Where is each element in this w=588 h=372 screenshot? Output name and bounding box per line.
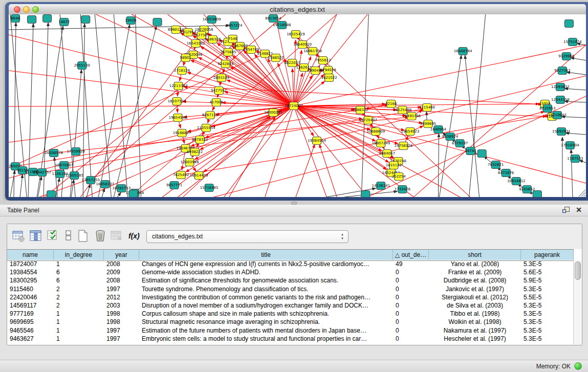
graph-node[interactable] [129,190,138,198]
graph-node-19756928[interactable]: 19756928 [395,142,413,150]
column-header-pagerank[interactable]: pagerank [521,250,574,260]
table-row[interactable]: 1830029562008Estimation of significance … [7,276,574,285]
row-height-icon[interactable] [62,229,75,243]
graph-node-16053809[interactable]: 16053809 [203,16,221,24]
graph-node-19428[interactable]: 19428 [125,17,136,25]
table-row[interactable]: 911546021997Tourette syndrome. Phenomeno… [7,285,574,293]
graph-node-10654812[interactable]: 10654812 [507,178,526,185]
network-canvas[interactable]: 1872400718300295193845548960124891295418… [9,14,586,197]
table-row[interactable]: 969969511998Structural magnetic resonanc… [7,318,574,326]
column-header-year[interactable]: year [104,250,139,260]
table-row[interactable]: 946362711997Embryonic stem cells: a mode… [7,335,574,343]
graph-node[interactable] [533,191,541,198]
graph-node-9699695[interactable]: 9699695 [420,120,436,128]
graph-node-9227343[interactable]: 9227343 [554,67,570,75]
graph-node-14872[interactable]: 14872 [58,18,70,26]
graph-node-7546[interactable]: 7546 [228,35,237,43]
graph-node-1733426[interactable]: 1733426 [395,186,411,193]
graph-node-17359928[interactable]: 17359928 [67,148,85,156]
table-row[interactable]: 1456911722003Disruption of a novel membe… [7,301,574,310]
column-header-out_de[interactable]: △ out_de… [393,250,429,260]
table-body: 1872400712008Changes of HCN gene express… [7,260,574,345]
graph-node-15751074[interactable]: 15751074 [563,38,582,46]
graph-node-label: 8822037 [284,61,300,65]
graph-node-17016504[interactable]: 17016504 [561,142,579,149]
select-columns-icon[interactable] [29,229,42,243]
graph-node[interactable] [81,16,90,24]
citation-network-graph[interactable]: 1872400718300295193845548960124891295418… [9,14,586,197]
graph-node-7986322[interactable]: 7986322 [353,106,368,114]
network-window-titlebar[interactable]: citations_edges.txt [9,4,586,15]
graph-node-16640910[interactable]: 16640910 [293,41,312,49]
graph-node-2055130[interactable]: 2055130 [74,62,90,70]
graph-node-18107554[interactable]: 18107554 [168,98,186,105]
graph-node[interactable] [361,191,370,198]
graph-node[interactable] [28,16,36,24]
function-builder-icon[interactable]: f(x) [128,232,140,240]
graph-node-1167533[interactable]: 1167533 [567,155,583,163]
graph-node-9242844[interactable]: 9242844 [217,60,234,68]
split-divider[interactable] [0,201,588,205]
graph-node[interactable] [477,150,486,158]
column-header-in_degree[interactable]: in_degree [54,250,104,260]
table-row[interactable]: 946554611997Estimation of the future num… [7,326,574,335]
table-row[interactable]: 2242004622012Investigating the contribut… [7,293,574,301]
column-header-title[interactable]: title [139,250,393,260]
graph-node-16961758[interactable]: 16961758 [303,48,322,55]
graph-node-7832621[interactable]: 7832621 [488,161,504,169]
graph-node-9329966[interactable]: 9329966 [558,53,575,60]
graph-node-18300295[interactable]: 18300295 [264,109,282,117]
graph-node-19654948[interactable]: 19654948 [169,114,187,122]
graph-node-15692931[interactable]: 15692931 [552,128,571,136]
table-settings-icon[interactable] [12,229,25,243]
graph-node-12603948[interactable]: 12603948 [181,159,199,166]
graph-node-10688609[interactable]: 10688609 [366,128,385,136]
graph-node-15716485[interactable]: 15716485 [200,184,219,192]
table-container: f(x) citations_edges.txt ▲▼ namein_degre… [7,224,582,345]
graph-node-1640954[interactable]: 1640954 [430,126,447,134]
graph-node[interactable] [43,15,52,23]
cell-pagerank: 5.3E-5 [521,326,574,335]
graph-node-15720407[interactable]: 15720407 [359,117,377,124]
graph-node-7857224[interactable]: 7857224 [226,22,243,30]
graph-node-2718126[interactable]: 2718126 [174,67,190,75]
graph-node-98901[interactable]: 98901 [180,54,191,62]
float-window-icon[interactable] [562,207,570,214]
graph-node-16914479[interactable]: 16914479 [190,172,208,180]
graph-node-62166[interactable]: 62166 [385,100,397,108]
close-icon[interactable]: ✕ [576,206,582,214]
cell-out_de: 0 [393,301,429,310]
graph-node-8267110[interactable]: 8267110 [202,112,218,119]
table-row[interactable]: 1872400712008Changes of HCN gene express… [7,260,574,268]
graph-node-16648784[interactable]: 16648784 [454,48,472,55]
scrollbar-thumb[interactable] [575,261,581,280]
graph-node-8648[interactable]: 8648 [11,15,20,23]
delete-table-icon[interactable] [94,229,107,243]
graph-node-11355554[interactable]: 11355554 [197,124,215,132]
graph-node-12213383[interactable]: 12213383 [169,82,188,90]
column-header-short[interactable]: short [429,250,521,260]
graph-node-6794028[interactable]: 6794028 [320,67,336,74]
table-row[interactable]: 1938455462009Genome-wide association stu… [7,268,574,276]
select-rows-icon[interactable] [47,229,60,243]
graph-node-94744[interactable]: 94744 [465,147,476,155]
graph-node-417006[interactable]: 417006 [209,99,223,106]
resize-grip[interactable] [579,190,585,196]
graph-node[interactable] [153,18,162,26]
graph-node-12444159[interactable]: 12444159 [551,96,570,104]
graph-node-19384554[interactable]: 19384554 [308,137,326,145]
graph-node-label: 9427552 [211,89,227,93]
graph-node-16543382[interactable]: 16543382 [187,40,205,48]
graph-node-label: 16958107 [96,182,114,186]
table-row[interactable]: 977716911998Corpus callosum shape and si… [7,310,574,318]
graph-node[interactable] [47,191,56,198]
memory-status-indicator[interactable] [574,362,582,370]
graph-node-12093832[interactable]: 12093832 [551,83,570,91]
vertical-scrollbar[interactable] [573,260,581,344]
graph-node-9857771[interactable]: 9857771 [166,182,182,189]
graph-node[interactable] [564,20,573,28]
create-table-icon[interactable] [76,229,90,243]
network-table-dropdown[interactable]: citations_edges.txt ▲▼ [146,230,349,243]
graph-node-18325419[interactable]: 18325419 [287,31,305,38]
column-header-name[interactable]: name [7,250,54,260]
